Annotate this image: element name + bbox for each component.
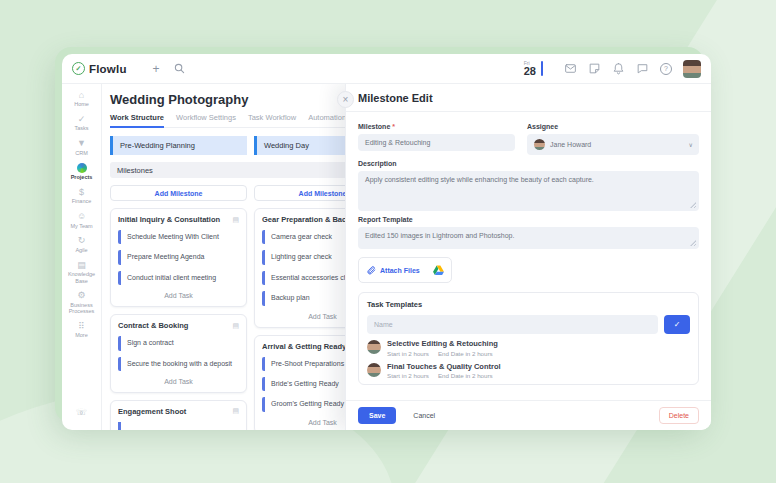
assignee-field-label: Assignee [527, 123, 699, 130]
template-start: Start in 2 hours [387, 372, 429, 379]
flowlu-logo[interactable]: ✓ Flowlu [72, 62, 127, 75]
sidebar: ⌂ Home ✓ Tasks ▼ CRM Projects [62, 84, 102, 430]
notes-icon[interactable] [588, 62, 601, 75]
sidebar-item-agile[interactable]: ↻ Agile [62, 233, 101, 257]
note-icon[interactable]: ▤ [232, 322, 239, 330]
sidebar-item-more[interactable]: ⠿ More [62, 318, 101, 342]
task-item[interactable]: Sign a contract [118, 336, 239, 350]
template-title: Final Touches & Quality Control [387, 363, 501, 372]
app-window: ✓ Flowlu + Fri 28 [62, 54, 711, 430]
business-processes-icon: ⚙ [77, 291, 85, 301]
description-textarea[interactable]: Apply consistent editing style while enh… [358, 171, 699, 211]
template-assignee-avatar [367, 340, 381, 354]
task-item[interactable]: Conduct initial client meeting [118, 271, 239, 285]
chevron-down-icon: ∨ [689, 141, 693, 148]
add-milestone-button[interactable]: Add Milestone [110, 185, 247, 201]
home-icon: ⌂ [79, 90, 84, 100]
attach-files-label: Attach Files [380, 267, 420, 274]
chat-icon[interactable] [636, 62, 649, 75]
assignee-value: Jane Howard [550, 141, 591, 148]
milestone-edit-body: Milestone * Editing & Retouching Assigne… [346, 112, 711, 400]
milestone-title: Engagement Shoot [118, 407, 186, 416]
note-icon[interactable]: ▤ [232, 216, 239, 224]
assignee-avatar [534, 139, 545, 150]
add-task-button[interactable]: Add Task [118, 378, 239, 385]
team-icon: ☺ [77, 212, 86, 222]
delete-button[interactable]: Delete [659, 407, 699, 424]
agile-icon: ↻ [78, 236, 86, 246]
template-end: End Date in 2 hours [438, 372, 493, 379]
support-icon: ☏ [76, 407, 87, 417]
sidebar-item-projects[interactable]: Projects [62, 160, 101, 184]
google-drive-icon[interactable] [433, 265, 444, 275]
tasks-icon: ✓ [78, 114, 86, 124]
projects-icon [77, 163, 87, 173]
more-icon: ⠿ [78, 321, 85, 331]
knowledge-base-icon: ▤ [77, 260, 86, 270]
template-assignee-avatar [367, 363, 381, 377]
tab-work-structure[interactable]: Work Structure [110, 113, 164, 128]
help-icon[interactable]: ? [660, 63, 672, 75]
milestone-title: Initial Inquiry & Consultation [118, 215, 220, 224]
cancel-button[interactable]: Cancel [407, 411, 441, 420]
milestone-name-input[interactable]: Editing & Retouching [358, 134, 515, 151]
milestone-card-initial-inquiry[interactable]: Initial Inquiry & Consultation ▤ Schedul… [110, 208, 247, 307]
confirm-template-button[interactable]: ✓ [664, 315, 690, 334]
template-name-input[interactable] [367, 315, 658, 334]
tab-automation[interactable]: Automation [308, 113, 346, 127]
task-item[interactable]: Secure the booking with a deposit [118, 357, 239, 371]
notifications-bell-icon[interactable] [612, 62, 625, 75]
sidebar-item-tasks[interactable]: ✓ Tasks [62, 111, 101, 135]
stage-pre-wedding-planning[interactable]: Pre-Wedding Planning [110, 136, 247, 155]
page-background: ✓ Flowlu + Fri 28 [0, 0, 776, 483]
date-accent-bar [541, 61, 543, 76]
close-icon[interactable]: × [337, 91, 354, 108]
report-template-textarea[interactable]: Edited 150 images in Lightroom and Photo… [358, 227, 699, 249]
template-title: Selective Editing & Retouching [387, 340, 498, 349]
sidebar-item-home[interactable]: ⌂ Home [62, 87, 101, 111]
flowlu-logo-icon: ✓ [72, 62, 85, 75]
calendar-day: 28 [524, 66, 536, 77]
milestone-title: Contract & Booking [118, 321, 188, 330]
required-mark: * [392, 123, 395, 130]
milestone-card-engagement-shoot[interactable]: Engagement Shoot ▤ [110, 400, 247, 430]
add-icon[interactable]: + [153, 63, 160, 75]
milestone-field-label: Milestone * [358, 123, 515, 130]
tab-workflow-settings[interactable]: Workflow Settings [176, 113, 236, 127]
app-topbar: ✓ Flowlu + Fri 28 [62, 54, 711, 84]
finance-icon: $ [79, 187, 84, 197]
template-item[interactable]: Final Touches & Quality Control Start in… [367, 363, 690, 380]
milestone-card-contract-booking[interactable]: Contract & Booking ▤ Sign a contract Sec… [110, 314, 247, 393]
calendar-date[interactable]: Fri 28 [524, 61, 536, 77]
task-item[interactable]: Schedule Meeting With Client [118, 230, 239, 244]
milestone-edit-panel: × Milestone Edit Milestone * Editing & R… [345, 84, 711, 430]
sidebar-item-knowledge-base[interactable]: ▤ Knowledge Base [62, 257, 101, 288]
milestone-edit-footer: Save Cancel Delete [346, 400, 711, 430]
attach-files-button[interactable]: Attach Files [358, 257, 452, 283]
mail-icon[interactable] [564, 62, 577, 75]
app-body: ⌂ Home ✓ Tasks ▼ CRM Projects [62, 84, 711, 430]
sidebar-item-my-team[interactable]: ☺ My Team [62, 209, 101, 233]
tab-task-workflow[interactable]: Task Workflow [248, 113, 296, 127]
sidebar-item-finance[interactable]: $ Finance [62, 184, 101, 208]
note-icon[interactable]: ▤ [232, 407, 239, 415]
kanban-column-pre-wedding: Add Milestone Initial Inquiry & Consulta… [110, 185, 247, 430]
task-item[interactable]: Prepare Meeting Agenda [118, 250, 239, 264]
assignee-select[interactable]: Jane Howard ∨ [527, 134, 699, 155]
sidebar-item-crm[interactable]: ▼ CRM [62, 136, 101, 160]
app-window-frame: ✓ Flowlu + Fri 28 [55, 47, 704, 423]
report-template-field-label: Report Template [358, 216, 699, 223]
description-field-label: Description [358, 160, 699, 167]
sidebar-item-business-processes[interactable]: ⚙ Business Processes [62, 288, 101, 319]
project-tabs: Work Structure Workflow Settings Task Wo… [110, 113, 380, 128]
flowlu-logo-text: Flowlu [89, 63, 127, 75]
task-templates-title: Task Templates [367, 300, 690, 309]
user-avatar[interactable] [683, 60, 701, 78]
template-start: Start in 2 hours [387, 350, 429, 357]
search-icon[interactable] [174, 63, 185, 74]
template-end: End Date in 2 hours [438, 350, 493, 357]
template-item[interactable]: Selective Editing & Retouching Start in … [367, 340, 690, 357]
support-button[interactable]: ☏ [62, 404, 101, 421]
add-task-button[interactable]: Add Task [118, 292, 239, 299]
save-button[interactable]: Save [358, 407, 396, 424]
